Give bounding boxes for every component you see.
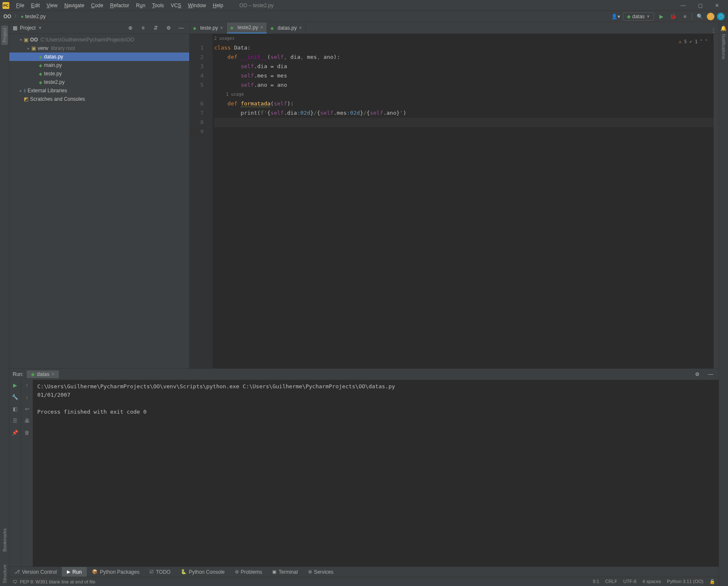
- tw-version-control[interactable]: ⎇Version Control: [9, 567, 62, 577]
- editor-body[interactable]: 12345 6789 2 usages class Data: def __in…: [190, 34, 719, 368]
- close-tab-icon[interactable]: ×: [260, 25, 263, 30]
- fold-gutter[interactable]: [207, 34, 212, 368]
- line-gutter[interactable]: 12345 6789: [190, 34, 207, 368]
- chevron-down-icon[interactable]: ▼: [38, 26, 42, 30]
- stop-icon[interactable]: ■: [680, 12, 689, 21]
- project-toolwindow-button[interactable]: Project: [1, 25, 8, 45]
- tree-file[interactable]: ◆teste2.py: [9, 78, 189, 86]
- tree-file[interactable]: ◆teste.py: [9, 69, 189, 78]
- breadcrumb-sep: 〉: [14, 13, 19, 20]
- rerun-icon[interactable]: ▶: [13, 382, 17, 388]
- status-message[interactable]: 🗨PEP 8: W391 blank line at end of file: [13, 579, 95, 584]
- menu-tools[interactable]: Tools: [149, 0, 167, 11]
- project-tree[interactable]: ▾▣OOC:\Users\Guilherme\PycharmProjects\O…: [9, 34, 189, 368]
- down-icon[interactable]: ↓: [26, 394, 28, 400]
- breadcrumb-file[interactable]: ● teste2.py: [21, 14, 46, 19]
- print-icon[interactable]: 🖶: [25, 418, 30, 424]
- lock-icon[interactable]: 🔒: [709, 579, 715, 584]
- usage-hint[interactable]: 1 usage: [214, 90, 714, 99]
- menu-help[interactable]: Help: [210, 0, 227, 11]
- collapse-all-icon[interactable]: ⇵: [151, 23, 160, 33]
- target-icon[interactable]: ⊕: [126, 23, 135, 33]
- soft-wrap-icon[interactable]: ↩: [25, 406, 29, 412]
- run-output[interactable]: C:\Users\Guilherme\PycharmProjects\OO\ve…: [33, 380, 719, 567]
- pin-icon[interactable]: 📌: [12, 430, 18, 436]
- expand-all-icon[interactable]: ≡: [138, 23, 148, 33]
- usage-hint[interactable]: 2 usages: [214, 34, 234, 43]
- close-icon[interactable]: ✕: [709, 0, 725, 11]
- tree-file[interactable]: ◆main.py: [9, 61, 189, 69]
- status-encoding[interactable]: UTF-8: [623, 579, 637, 584]
- project-scope-icon[interactable]: ▦: [13, 25, 17, 31]
- gear-icon[interactable]: ⚙: [692, 370, 702, 379]
- close-tab-icon[interactable]: ×: [299, 25, 302, 31]
- trash-icon[interactable]: 🗑: [25, 430, 30, 436]
- code-with-me-icon[interactable]: ⬡: [717, 13, 725, 20]
- wrench-icon[interactable]: 🔧: [12, 394, 18, 400]
- status-sdk[interactable]: Python 3.11 (OO): [667, 579, 703, 584]
- right-tool-gutter: 🔔 Notifications: [719, 22, 728, 586]
- editor-tab[interactable]: ◆datas.py×: [267, 22, 306, 33]
- menu-file[interactable]: File: [13, 0, 28, 11]
- up-icon[interactable]: ↑: [26, 382, 28, 388]
- bookmarks-toolwindow-button[interactable]: Bookmarks: [1, 526, 8, 554]
- menu-code[interactable]: Code: [88, 0, 107, 11]
- layout-icon[interactable]: ☰: [13, 418, 17, 424]
- editor-tab[interactable]: ◆teste.py×: [190, 22, 227, 33]
- tw-run[interactable]: ▶Run: [62, 567, 87, 577]
- tw-todo[interactable]: ☑TODO: [144, 567, 175, 577]
- tw-python-packages[interactable]: 📦Python Packages: [87, 567, 144, 577]
- code-area[interactable]: 2 usages class Data: def __init__(self, …: [212, 34, 714, 368]
- status-caret[interactable]: 9:1: [593, 579, 599, 584]
- tw-terminal[interactable]: ▣Terminal: [267, 567, 303, 577]
- run-icon[interactable]: ▶: [656, 12, 666, 21]
- toolwindow-bar: ⎇Version Control ▶Run 📦Python Packages ☑…: [9, 567, 719, 577]
- close-tab-icon[interactable]: ×: [220, 25, 223, 31]
- tw-problems[interactable]: ⊘Problems: [230, 567, 267, 577]
- menu-window[interactable]: Window: [185, 0, 210, 11]
- tree-file[interactable]: ◆datas.py: [9, 53, 189, 61]
- minimize-icon[interactable]: —: [675, 0, 692, 11]
- menu-refactor[interactable]: Refactor: [107, 0, 132, 11]
- status-indent[interactable]: 4 spaces: [643, 579, 661, 584]
- tabbar-more-icon[interactable]: ⋮: [711, 28, 719, 33]
- prev-problem-icon[interactable]: ˄: [700, 37, 703, 47]
- navigation-bar: OO 〉 ● teste2.py 👤▾ ◆datas▼ ▶ 🐞 ■ 🔍 ⬡ ⬡: [0, 11, 728, 22]
- left-tool-gutter: Project Bookmarks Structure: [0, 22, 9, 586]
- menu-edit[interactable]: Edit: [28, 0, 43, 11]
- problems-widget[interactable]: ⚠5 ✔1 ˄ ˅: [679, 37, 708, 47]
- gear-icon[interactable]: ⚙: [164, 23, 173, 33]
- breadcrumb-root[interactable]: OO: [3, 14, 11, 19]
- status-linesep[interactable]: CRLF: [605, 579, 618, 584]
- run-config[interactable]: ◆datas▼: [623, 12, 654, 21]
- run-tab[interactable]: ◆datas×: [27, 370, 58, 378]
- weak-warning-icon: ✔: [689, 37, 692, 47]
- structure-toolwindow-button[interactable]: Structure: [1, 562, 8, 586]
- tw-services[interactable]: ⊚Services: [303, 567, 339, 577]
- project-dropdown[interactable]: Project: [20, 25, 36, 31]
- tree-root[interactable]: ▾▣OOC:\Users\Guilherme\PycharmProjects\O…: [9, 36, 189, 44]
- tree-scratches[interactable]: ◩Scratches and Consoles: [9, 95, 189, 103]
- stop-icon[interactable]: ◧: [13, 406, 17, 412]
- menu-view[interactable]: View: [43, 0, 61, 11]
- debug-icon[interactable]: 🐞: [668, 12, 678, 21]
- notifications-icon[interactable]: 🔔: [720, 25, 727, 31]
- tree-venv[interactable]: ▸▣venvlibrary root: [9, 44, 189, 53]
- project-panel: ▦ Project ▼ ⊕ ≡ ⇵ ⚙ — ▾▣OOC:\Users\Guilh…: [9, 22, 190, 368]
- ide-updates-icon[interactable]: ⬡: [707, 13, 714, 20]
- hide-icon[interactable]: —: [176, 23, 186, 33]
- next-problem-icon[interactable]: ˅: [705, 37, 708, 47]
- tw-python-console[interactable]: 🐍Python Console: [176, 567, 230, 577]
- maximize-icon[interactable]: ▢: [692, 0, 709, 11]
- menu-navigate[interactable]: Navigate: [61, 0, 88, 11]
- scroll-stripe[interactable]: [714, 34, 719, 368]
- tree-ext-lib[interactable]: ▸⫴External Libraries: [9, 86, 189, 95]
- search-icon[interactable]: 🔍: [695, 12, 704, 21]
- hide-icon[interactable]: —: [706, 370, 715, 379]
- menu-run[interactable]: Run: [132, 0, 149, 11]
- editor-tab[interactable]: ◆teste2.py×: [227, 22, 267, 33]
- user-icon[interactable]: 👤▾: [611, 12, 620, 21]
- window-title: OO – teste2.py: [239, 3, 273, 8]
- notifications-toolwindow-button[interactable]: Notifications: [720, 31, 727, 62]
- menu-vcs[interactable]: VCS: [167, 0, 185, 11]
